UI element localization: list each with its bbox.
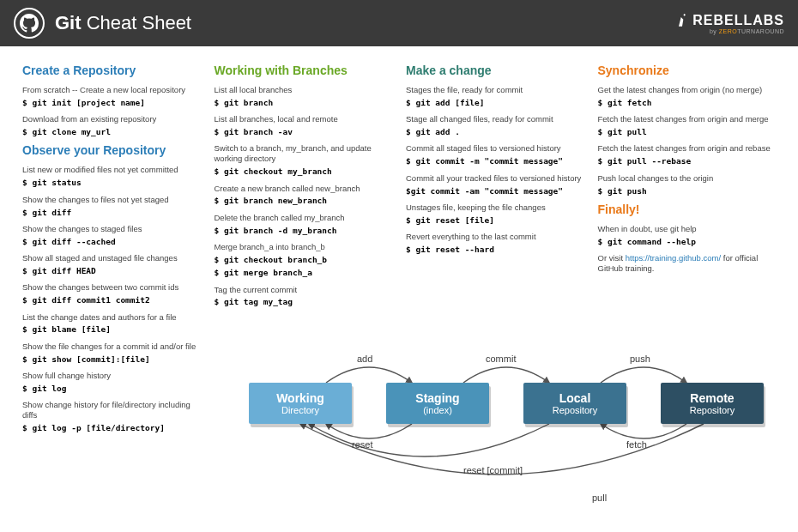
section-make-change: Make a change — [406, 63, 584, 77]
col-create-observe: Create a Repository From scratch -- Crea… — [22, 60, 201, 433]
entry-desc: Download from an existing repository — [22, 114, 201, 124]
entry-desc: Unstages file, keeping the file changes — [406, 203, 584, 213]
entry-cmd: $ git fetch — [598, 98, 777, 108]
entry-cmd: $ git clone my_url — [22, 127, 201, 137]
entry-desc: Fetch the latest changes from origin and… — [598, 114, 777, 124]
entry-cmd: $ git merge branch_a — [215, 268, 393, 278]
entry-desc: Revert everything to the last commit — [406, 232, 584, 242]
entry-cmd: $ git tag my_tag — [215, 297, 393, 307]
entry-cmd: $ git log -p [file/directory] — [22, 423, 201, 433]
entry-cmd: $ git branch — [215, 98, 393, 108]
entry-cmd: $ git checkout branch_b — [215, 255, 393, 265]
entry-desc: Tag the current commit — [215, 285, 393, 295]
entry-desc: Stage all changed files, ready for commi… — [406, 114, 584, 124]
entry-desc: List new or modified files not yet commi… — [22, 165, 201, 175]
entry-desc: Get the latest changes from origin (no m… — [598, 85, 777, 95]
entry-cmd: $ git diff — [22, 208, 201, 218]
diagram-arrows — [223, 345, 772, 525]
label-fetch: fetch — [626, 439, 647, 450]
header-left: Git Cheat Sheet — [14, 8, 191, 39]
entry-desc: Commit all your tracked files to version… — [406, 173, 584, 184]
brand-name: REBELLABS — [675, 13, 784, 28]
entry-desc: Show the changes between two commit ids — [22, 282, 201, 293]
entry-cmd: $ git log — [22, 384, 201, 394]
section-create-repo: Create a Repository — [22, 63, 201, 77]
entry-cmd: $ git blame [file] — [22, 324, 201, 335]
label-add: add — [357, 354, 372, 364]
entry-cmd: $ git show [commit]:[file] — [22, 354, 201, 365]
entry-cmd: $ git reset --hard — [406, 245, 584, 255]
entry-cmd: $ git branch -av — [215, 127, 393, 137]
entry-desc: Delete the branch called my_branch — [215, 213, 393, 223]
entry-desc: Show the changes to files not yet staged — [22, 195, 201, 205]
entry-cmd: $ git init [project name] — [22, 98, 201, 108]
entry-desc: Show change history for file/directory i… — [22, 400, 201, 420]
entry-desc: When in doubt, use git help — [598, 224, 777, 234]
entry-desc: Switch to a branch, my_branch, and updat… — [215, 143, 393, 164]
git-flow-diagram: Working Directory Staging (index) Local … — [223, 345, 772, 525]
entry-desc: List the change dates and authors for a … — [22, 312, 201, 323]
github-icon — [14, 8, 45, 39]
training-link[interactable]: https://training.github.com/ — [626, 253, 721, 263]
entry-desc: Fetch the latest changes from origin and… — [598, 143, 777, 154]
entry-cmd: $ git branch new_branch — [215, 196, 393, 206]
rebellabs-icon — [675, 14, 689, 27]
finally-note: Or visit https://training.github.com/ fo… — [598, 253, 777, 274]
brand-block: REBELLABS by ZEROTURNAROUND — [675, 13, 784, 34]
entry-desc: From scratch -- Create a new local repos… — [22, 85, 201, 95]
entry-cmd: $ git diff HEAD — [22, 266, 201, 276]
entry-cmd: $ git checkout my_branch — [215, 166, 393, 177]
entry-cmd: $ git diff --cached — [22, 237, 201, 247]
entry-cmd: $ git pull --rebase — [598, 156, 777, 166]
page-title: Git Cheat Sheet — [55, 12, 191, 34]
entry-cmd: $ git status — [22, 178, 201, 188]
label-reset-commit: reset [commit] — [463, 465, 523, 475]
entry-desc: Stages the file, ready for commit — [406, 85, 584, 95]
entry-desc: List all branches, local and remote — [215, 114, 393, 124]
section-finally: Finally! — [598, 203, 777, 216]
entry-desc: Merge branch_a into branch_b — [215, 242, 393, 252]
entry-desc: Show all staged and unstaged file change… — [22, 253, 201, 263]
entry-desc: Show the file changes for a commit id an… — [22, 342, 201, 352]
box-staging-index: Staging (index) — [386, 383, 489, 424]
entry-cmd: $ git reset [file] — [406, 215, 584, 226]
entry-desc: List all local branches — [215, 85, 393, 95]
header: Git Cheat Sheet REBELLABS by ZEROTURNARO… — [0, 0, 798, 46]
label-pull: pull — [592, 493, 607, 503]
title-rest: Cheat Sheet — [82, 12, 191, 33]
box-local-repository: Local Repository — [523, 383, 626, 424]
entry-cmd: $ git add . — [406, 127, 584, 137]
entry-desc: Commit all staged files to versioned his… — [406, 143, 584, 154]
label-push: push — [630, 354, 650, 364]
entry-desc: Show the changes to staged files — [22, 224, 201, 234]
entry-desc: Push local changes to the origin — [598, 173, 777, 184]
entry-cmd: $ git push — [598, 186, 777, 196]
title-bold: Git — [55, 12, 82, 33]
section-branches: Working with Branches — [215, 63, 393, 77]
entry-cmd: $git commit -am "commit message" — [406, 186, 584, 196]
label-reset: reset — [352, 439, 372, 450]
entry-cmd: $ git diff commit1 commit2 — [22, 295, 201, 305]
label-commit: commit — [486, 354, 516, 364]
section-observe-repo: Observe your Repository — [22, 143, 201, 157]
entry-desc: Create a new branch called new_branch — [215, 184, 393, 194]
entry-cmd: $ git add [file] — [406, 98, 584, 108]
entry-desc: Show full change history — [22, 371, 201, 381]
entry-cmd: $ git branch -d my_branch — [215, 226, 393, 236]
box-remote-repository: Remote Repository — [661, 383, 764, 424]
entry-cmd: $ git pull — [598, 127, 777, 137]
brand-sub: by ZEROTURNAROUND — [675, 28, 784, 34]
box-working-directory: Working Directory — [249, 383, 352, 424]
section-synchronize: Synchronize — [598, 63, 777, 77]
entry-cmd: $ git command --help — [598, 237, 777, 247]
entry-cmd: $ git commit -m "commit message" — [406, 156, 584, 166]
